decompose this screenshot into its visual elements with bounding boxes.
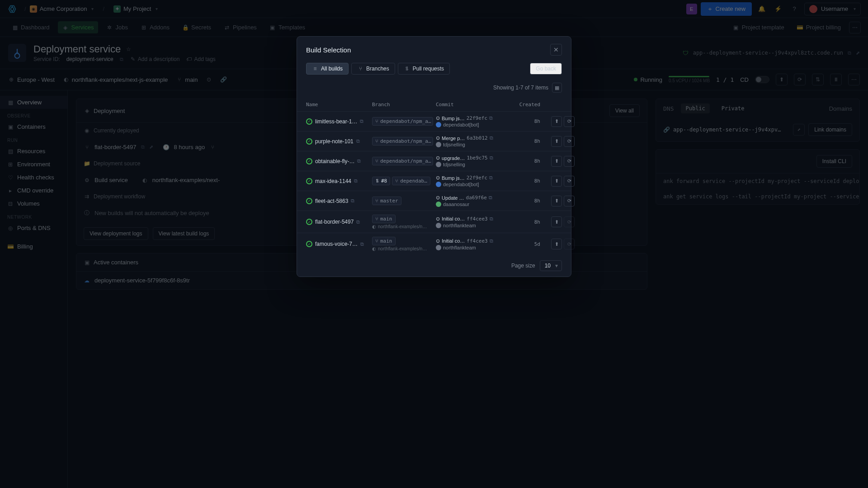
branch-chip[interactable]: ⑂main xyxy=(372,237,396,245)
table-row[interactable]: obtainable-fly-…⧉⑂dependabot/npm_a…⊙upgr… xyxy=(297,151,571,171)
commit-icon: ⊙ xyxy=(436,135,440,141)
deploy-icon[interactable]: ⬆ xyxy=(551,116,562,127)
branch-icon: ⑂ xyxy=(375,158,378,164)
copy-icon[interactable]: ⧉ xyxy=(357,158,361,164)
restart-icon[interactable]: ⟳ xyxy=(564,156,575,167)
copy-icon[interactable]: ⧉ xyxy=(354,178,358,184)
commit-icon: ⊙ xyxy=(436,175,440,181)
author-avatar-icon xyxy=(436,162,441,167)
copy-icon[interactable]: ⧉ xyxy=(356,138,360,144)
table-row[interactable]: fleet-act-5863⧉⑂master⊙Update … da69f6e … xyxy=(297,191,571,211)
modal-title: Build Selection xyxy=(306,46,351,54)
branch-chip[interactable]: ⑂dependab… xyxy=(392,177,430,185)
created-time: 8h xyxy=(513,138,540,144)
github-icon: ◐ xyxy=(372,224,376,229)
build-name: max-idea-1144 xyxy=(315,178,351,184)
deploy-icon[interactable]: ⬆ xyxy=(551,176,562,187)
build-name: purple-note-101 xyxy=(315,138,354,145)
copy-icon[interactable]: ⧉ xyxy=(360,118,363,124)
tab-branches[interactable]: ⑂Branches xyxy=(351,63,395,75)
restart-icon[interactable]: ⟳ xyxy=(564,136,575,147)
github-icon: ◐ xyxy=(372,246,376,251)
restart-icon[interactable]: ⟳ xyxy=(564,196,575,206)
commit-msg: Bump js… xyxy=(442,116,465,121)
author-avatar-icon xyxy=(436,202,441,207)
status-success-icon xyxy=(306,198,312,204)
build-name: fleet-act-5863 xyxy=(315,198,348,204)
tab-pull-requests[interactable]: ⥮Pull requests xyxy=(398,63,450,75)
branch-chip[interactable]: ⑂master xyxy=(372,197,401,205)
deploy-icon[interactable]: ⬆ xyxy=(551,136,562,147)
list-icon: ≡ xyxy=(312,66,318,72)
commit-hash[interactable]: da69f6e xyxy=(466,195,487,201)
close-icon[interactable]: ✕ xyxy=(550,44,562,56)
deploy-icon[interactable]: ⬆ xyxy=(551,216,562,227)
commit-author: northflankteam xyxy=(443,245,476,250)
branch-chip[interactable]: ⑂dependabot/npm_a… xyxy=(372,117,433,126)
commit-icon: ⊙ xyxy=(436,155,440,161)
copy-icon[interactable]: ⧉ xyxy=(490,135,493,141)
copy-icon[interactable]: ⧉ xyxy=(489,115,493,121)
copy-icon[interactable]: ⧉ xyxy=(489,175,493,181)
deploy-icon[interactable]: ⬆ xyxy=(551,196,562,206)
status-success-icon xyxy=(306,158,312,164)
table-row[interactable]: limitless-bear-1…⧉⑂dependabot/npm_a…⊙Bum… xyxy=(297,111,571,131)
pr-chip[interactable]: ⥮#8 xyxy=(372,177,390,185)
table-header: Name Branch Commit Created xyxy=(297,98,571,111)
deploy-icon[interactable]: ⬆ xyxy=(551,156,562,167)
copy-icon[interactable]: ⧉ xyxy=(490,216,493,222)
status-success-icon xyxy=(306,138,312,145)
copy-icon[interactable]: ⧉ xyxy=(351,198,354,204)
author-avatar-icon xyxy=(436,122,441,127)
table-row[interactable]: max-idea-1144⧉⥮#8⑂dependab…⊙Bump js… 22f… xyxy=(297,171,571,191)
commit-hash[interactable]: 22f9efc xyxy=(467,115,487,121)
commit-msg: upgrade… xyxy=(442,155,465,161)
branch-icon: ⑂ xyxy=(375,216,378,222)
restart-icon[interactable]: ⟳ xyxy=(564,176,575,187)
commit-msg: Update … xyxy=(442,195,464,201)
commit-hash[interactable]: 1be9c75 xyxy=(467,155,487,161)
author-avatar-icon xyxy=(436,142,441,147)
commit-author: daaanosaur xyxy=(443,202,469,207)
commit-icon: ⊙ xyxy=(436,115,440,121)
calendar-icon[interactable]: ▦ xyxy=(552,83,562,93)
page-size-select[interactable]: 10 xyxy=(540,260,562,271)
created-time: 8h xyxy=(513,118,540,124)
build-name: famous-voice-7… xyxy=(315,241,358,247)
copy-icon[interactable]: ⧉ xyxy=(489,195,492,201)
commit-hash[interactable]: ff4cee3 xyxy=(467,216,487,222)
branch-icon: ⑂ xyxy=(375,238,378,244)
restart-icon[interactable]: ⟳ xyxy=(564,116,575,127)
go-back-button[interactable]: Go back xyxy=(530,63,562,75)
tab-all-builds[interactable]: ≡All builds xyxy=(306,63,349,75)
table-row[interactable]: purple-note-101⧉⑂dependabot/npm_a…⊙Merge… xyxy=(297,131,571,151)
status-success-icon xyxy=(306,178,312,184)
branch-chip[interactable]: ⑂dependabot/npm_a… xyxy=(372,157,433,165)
branch-icon: ⑂ xyxy=(395,178,398,184)
author-avatar-icon xyxy=(436,182,441,187)
created-time: 5d xyxy=(513,241,540,247)
created-time: 8h xyxy=(513,198,540,204)
copy-icon[interactable]: ⧉ xyxy=(360,241,364,247)
commit-msg: Initial co… xyxy=(442,238,465,244)
pr-icon: ⥮ xyxy=(404,66,410,72)
branch-chip[interactable]: ⑂main xyxy=(372,215,396,223)
restart-icon: ⟳ xyxy=(564,216,575,227)
copy-icon[interactable]: ⧉ xyxy=(490,238,493,244)
commit-hash[interactable]: 22f9efc xyxy=(467,175,487,181)
table-row[interactable]: famous-voice-7…⧉⑂main◐northflank-example… xyxy=(297,233,571,255)
build-name: flat-border-5497 xyxy=(315,219,354,225)
branch-icon: ⑂ xyxy=(375,118,378,124)
commit-hash[interactable]: 6a3b012 xyxy=(467,135,487,141)
restart-icon: ⟳ xyxy=(564,239,575,249)
modal-backdrop[interactable]: Build Selection ✕ ≡All builds ⑂Branches … xyxy=(0,0,868,488)
branch-chip[interactable]: ⑂dependabot/npm_a… xyxy=(372,137,433,145)
copy-icon[interactable]: ⧉ xyxy=(490,155,493,161)
table-row[interactable]: flat-border-5497⧉⑂main◐northflank-exampl… xyxy=(297,211,571,233)
author-avatar-icon xyxy=(436,245,441,250)
commit-icon: ⊙ xyxy=(436,216,440,222)
deploy-icon[interactable]: ⬆ xyxy=(551,239,562,249)
copy-icon[interactable]: ⧉ xyxy=(356,219,360,225)
commit-author: northflankteam xyxy=(443,223,476,228)
commit-hash[interactable]: ff4cee3 xyxy=(467,238,487,244)
